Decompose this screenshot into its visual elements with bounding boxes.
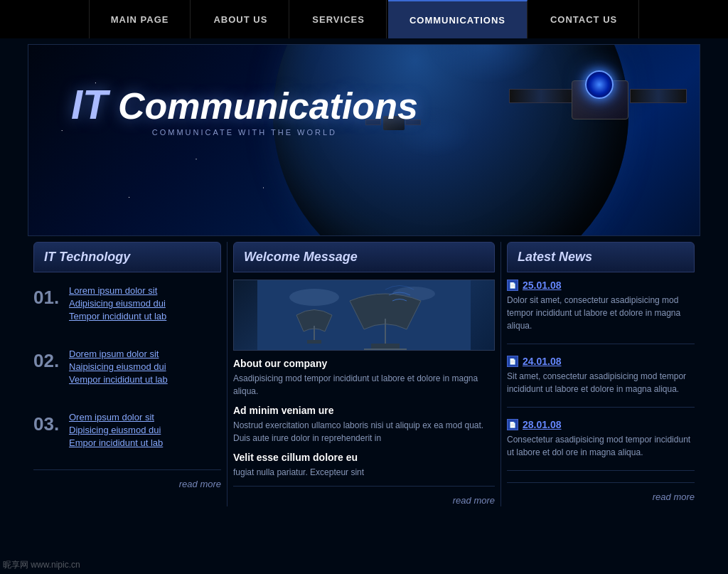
- news-date-1: 📄 25.01.08: [507, 280, 695, 291]
- hero-title-block: IT Communications COMMUNICATE WITH THE W…: [71, 84, 418, 137]
- tech-link-1-3[interactable]: Tempor incididunt ut lab: [69, 311, 166, 321]
- sat-lens: [585, 70, 614, 99]
- tech-links-3: Orem ipsum dolor sit Dipisicing eiusmod …: [69, 412, 163, 448]
- news-date-2: 📄 24.01.08: [507, 356, 695, 367]
- news-date-text-2[interactable]: 24.01.08: [523, 356, 562, 367]
- tech-link-3-1[interactable]: Orem ipsum dolor sit: [69, 412, 163, 422]
- news-body-2: Sit amet, consectetur asadipisicing mod …: [507, 370, 695, 395]
- nav-services[interactable]: SERVICES: [291, 0, 387, 38]
- tech-num-1: 01.: [33, 285, 69, 309]
- tech-links-1: Lorem ipsum dolor sit Adipisicing eiusmo…: [69, 285, 166, 321]
- welcome-velit-title: Velit esse cillum dolore eu: [233, 452, 495, 463]
- welcome-about-text: Asadipisicing mod tempor incididunt ut l…: [233, 372, 495, 398]
- nav-about-us[interactable]: ABOUT US: [192, 0, 289, 38]
- it-technology-title: IT Technology: [44, 250, 210, 265]
- news-date-icon-1: 📄: [507, 280, 518, 291]
- latest-news-column: Latest News 📄 25.01.08 Dolor sit amet, c…: [501, 242, 700, 506]
- welcome-ad-title: Ad minim veniam ure: [233, 405, 495, 416]
- svg-rect-7: [307, 340, 321, 344]
- tech-item-1: 01. Lorem ipsum dolor sit Adipisicing ei…: [33, 280, 221, 327]
- dish-svg: [234, 280, 494, 351]
- welcome-column: Welcome Message: [228, 242, 500, 506]
- news-item-3: 📄 28.01.08 Consectetur asadipisicing mod…: [507, 419, 695, 471]
- welcome-velit-text: fugiat nulla pariatur. Excepteur sint: [233, 466, 495, 479]
- sat-panel-right: [630, 89, 687, 103]
- tech-link-2-3[interactable]: Vempor incididunt ut lab: [69, 374, 168, 385]
- tech-num-3: 03.: [33, 412, 69, 435]
- sat-body: [572, 80, 628, 119]
- welcome-about-title: About our company: [233, 358, 495, 369]
- nav-contact-us[interactable]: CONTACT US: [529, 0, 639, 38]
- tech-link-1-2[interactable]: Adipisicing eiusmod dui: [69, 298, 166, 309]
- welcome-header: Welcome Message: [233, 242, 495, 272]
- news-body-1: Dolor sit amet, consectetur asadipisicin…: [507, 294, 695, 332]
- nav-main-page[interactable]: MAIN PAGE: [89, 0, 191, 38]
- sat-panel-left: [509, 89, 573, 103]
- news-item-1: 📄 25.01.08 Dolor sit amet, consectetur a…: [507, 280, 695, 344]
- it-technology-column: IT Technology 01. Lorem ipsum dolor sit …: [28, 242, 227, 506]
- welcome-read-more-row: read more: [233, 486, 495, 506]
- welcome-image: [233, 280, 495, 351]
- tech-link-1-1[interactable]: Lorem ipsum dolor sit: [69, 285, 166, 296]
- hero-title-main: IT Communications: [71, 84, 418, 125]
- tech-item-3: 03. Orem ipsum dolor sit Dipisicing eius…: [33, 406, 221, 454]
- large-satellite: [486, 59, 643, 144]
- tech-links-2: Dorem ipsum dolor sit Naipisicing eiusmo…: [69, 349, 168, 385]
- news-read-more-row: read more: [507, 482, 695, 503]
- hero-title-rest: Communications: [118, 85, 418, 127]
- it-read-more-row: read more: [33, 469, 221, 490]
- welcome-read-more-link[interactable]: read more: [453, 495, 495, 506]
- welcome-text-block: About our company Asadipisicing mod temp…: [233, 358, 495, 479]
- news-date-text-3[interactable]: 28.01.08: [523, 419, 562, 430]
- nav-communications[interactable]: COMMUNICATIONS: [388, 0, 528, 38]
- watermark: 昵享网 www.nipic.cn: [3, 559, 80, 571]
- it-technology-header: IT Technology: [33, 242, 221, 272]
- navigation: MAIN PAGE ABOUT US SERVICES COMMUNICATIO…: [0, 0, 728, 38]
- news-item-2: 📄 24.01.08 Sit amet, consectetur asadipi…: [507, 356, 695, 408]
- tech-item-2: 02. Dorem ipsum dolor sit Naipisicing ei…: [33, 343, 221, 390]
- tech-link-3-2[interactable]: Dipisicing eiusmod dui: [69, 425, 163, 435]
- hero-subtitle: COMMUNICATE WITH THE WORLD: [71, 128, 418, 137]
- it-read-more-link[interactable]: read more: [179, 479, 221, 489]
- latest-news-title: Latest News: [518, 250, 684, 265]
- tech-num-2: 02.: [33, 349, 69, 372]
- news-date-icon-2: 📄: [507, 356, 518, 367]
- hero-title-it: IT: [71, 81, 108, 127]
- news-body-3: Consectetur asadipisicing mod tempor inc…: [507, 433, 695, 459]
- tech-link-2-2[interactable]: Naipisicing eiusmod dui: [69, 361, 168, 372]
- news-date-icon-3: 📄: [507, 419, 518, 430]
- news-read-more-link[interactable]: read more: [653, 491, 695, 502]
- svg-rect-4: [371, 344, 400, 349]
- welcome-ad-text: Nostrud exercitation ullamco laboris nis…: [233, 419, 495, 445]
- welcome-title: Welcome Message: [244, 250, 484, 265]
- tech-link-2-1[interactable]: Dorem ipsum dolor sit: [69, 349, 168, 359]
- tech-link-3-3[interactable]: Empor incididunt ut lab: [69, 437, 163, 448]
- svg-point-1: [289, 289, 339, 306]
- news-date-3: 📄 28.01.08: [507, 419, 695, 430]
- news-date-text-1[interactable]: 25.01.08: [523, 280, 562, 291]
- hero-banner: IT Communications COMMUNICATE WITH THE W…: [28, 44, 700, 236]
- latest-news-header: Latest News: [507, 242, 695, 272]
- content-area: IT Technology 01. Lorem ipsum dolor sit …: [28, 242, 700, 506]
